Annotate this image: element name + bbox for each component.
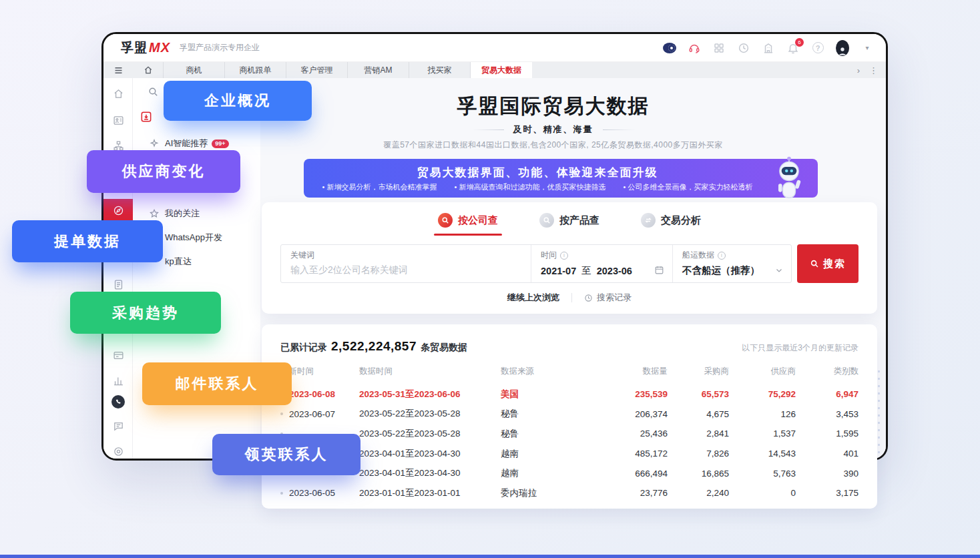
table-row[interactable]: 2023-06-07 2023-05-22至2023-05-28 秘鲁 206,…	[280, 404, 859, 425]
row-dot-icon	[280, 492, 283, 495]
cell-volume: 485,172	[579, 449, 668, 459]
page-title: 孚盟国际贸易大数据	[260, 93, 846, 120]
cell-data-period: 2023-05-31至2023-06-06	[359, 388, 501, 400]
home-tab-icon[interactable]	[133, 62, 164, 78]
trade-data-table-panel: 已累计记录 2,522,224,857 条贸易数据 以下只显示最近3个月的更新记…	[262, 324, 877, 509]
cell-data-period: 2023-05-22至2023-05-28	[359, 408, 501, 420]
cell-categories: 3,453	[796, 409, 859, 419]
sidebar-search-icon[interactable]	[148, 86, 159, 100]
cell-suppliers: 126	[729, 409, 796, 419]
sidebar-red-module-icon[interactable]	[140, 110, 153, 123]
calendar-icon[interactable]	[654, 265, 664, 277]
search-links: 继续上次浏览 搜索记录	[262, 292, 877, 304]
headset-support-icon[interactable]	[688, 41, 701, 55]
rail-contacts-icon[interactable]	[103, 110, 133, 130]
cell-data-period: 2023-04-01至2023-04-30	[359, 467, 501, 479]
search-button[interactable]: 搜索	[797, 244, 859, 283]
cell-categories: 1,595	[796, 429, 859, 439]
company-building-icon[interactable]	[762, 41, 775, 55]
topbar: 孚盟 MX 孚盟产品演示专用企业 6 ?	[103, 34, 886, 62]
ai-sparkle-icon	[149, 138, 160, 149]
cell-data-period: 2023-04-01至2023-04-30	[359, 448, 501, 460]
table-row[interactable]: 2023-04-01至2023-04-30 越南 666,494 16,865 …	[280, 463, 859, 483]
col-suppliers: 供应商	[729, 366, 796, 377]
col-buyers: 采购商	[668, 366, 729, 377]
search-panel: 按公司查 按产品查 交易分析 关键词 输入至少2位公司名称关键词 时间i 202…	[262, 202, 877, 314]
continue-browsing-link[interactable]: 继续上次浏览	[507, 292, 559, 304]
search-tab-by-company[interactable]: 按公司查	[438, 213, 498, 236]
callout-bill-of-lading: 提单数据	[12, 220, 163, 262]
shipping-value: 不含船运（推荐）	[682, 264, 760, 277]
col-data-period: 数据时间	[359, 366, 501, 377]
cell-data-source: 越南	[501, 448, 579, 460]
time-to: 2023-06	[597, 266, 632, 276]
time-label: 时间	[541, 250, 557, 261]
upgrade-banner: 贸易大数据界面、功能、体验迎来全面升级 新增交易分析，市场机会精准掌握 新增高级…	[304, 159, 818, 198]
summary-count: 2,522,224,857	[331, 339, 417, 354]
search-form: 关键词 输入至少2位公司名称关键词 时间i 2021-07 至 2023-06 …	[280, 244, 859, 283]
tab-more-dots-icon[interactable]: ⋮	[869, 65, 878, 75]
visitor-eye-icon[interactable]	[663, 41, 676, 55]
table-row[interactable]: 2023-06-08 2023-05-31至2023-06-06 美国 235,…	[280, 384, 859, 404]
rail-trade-data-active-icon[interactable]	[103, 199, 133, 222]
apps-grid-icon[interactable]	[712, 41, 726, 55]
table-row[interactable]: 2023-04-01至2023-04-30 越南 485,172 7,826 1…	[280, 444, 859, 464]
cell-suppliers: 1,537	[729, 429, 796, 439]
keyword-placeholder: 输入至少2位公司名称关键词	[290, 264, 408, 276]
table-row[interactable]: 2023-05-22至2023-05-28 秘鲁 25,436 2,841 1,…	[280, 424, 859, 444]
table-row[interactable]: 2023-06-05 2023-01-01至2023-01-01 委内瑞拉 23…	[280, 483, 859, 503]
search-tab-label: 按公司查	[458, 214, 498, 227]
notifications-bell-icon[interactable]: 6	[786, 41, 800, 55]
col-data-source: 数据来源	[501, 366, 579, 377]
shipping-data-select[interactable]: 船运数据i 不含船运（推荐）	[672, 245, 791, 282]
cell-categories: 6,947	[796, 389, 859, 399]
cell-data-source: 越南	[501, 467, 579, 479]
rail-card-icon[interactable]	[103, 345, 133, 365]
rail-target-icon[interactable]	[103, 441, 133, 461]
star-icon	[149, 208, 160, 219]
info-icon: i	[718, 252, 726, 260]
time-separator: 至	[581, 264, 591, 277]
bottom-blue-strip	[0, 555, 980, 558]
cell-data-source: 美国	[501, 388, 579, 400]
tab-shangji[interactable]: 商机	[164, 62, 225, 78]
logo-cn: 孚盟	[121, 39, 148, 57]
chevron-down-icon	[775, 266, 783, 276]
search-tab-by-product[interactable]: 按产品查	[539, 213, 599, 236]
sidebar-item-label: kp直达	[165, 256, 192, 268]
search-tab-trade-analysis[interactable]: 交易分析	[641, 213, 701, 236]
rail-chart-icon[interactable]	[103, 370, 133, 390]
user-avatar[interactable]	[836, 41, 849, 55]
hamburger-menu-icon[interactable]	[103, 62, 133, 78]
account-chevron-down-icon[interactable]: ▾	[861, 41, 874, 55]
tab-scroll-chevron-icon[interactable]: ›	[857, 65, 860, 75]
cell-data-source: 秘鲁	[501, 428, 579, 440]
help-icon[interactable]: ?	[811, 41, 824, 55]
tab-zhaomaijia[interactable]: 找买家	[409, 62, 471, 78]
callout-email-contacts: 邮件联系人	[142, 362, 292, 405]
banner-bullet: 新增交易分析，市场机会精准掌握	[322, 182, 437, 192]
rail-chat-icon[interactable]	[103, 416, 133, 436]
keyword-field[interactable]: 关键词 输入至少2位公司名称关键词	[281, 245, 531, 282]
cell-update-time: 2023-06-08	[280, 389, 359, 399]
cell-volume: 206,374	[579, 409, 668, 419]
page-subtitle: 及时、精准、海量	[260, 123, 846, 135]
tab-shangji-gendan[interactable]: 商机跟单	[225, 62, 286, 78]
history-clock-icon[interactable]	[737, 41, 750, 55]
shipping-label: 船运数据	[682, 250, 714, 261]
time-range-field[interactable]: 时间i 2021-07 至 2023-06	[531, 245, 672, 282]
banner-bullet: 公司多维全景画像，买家实力轻松透析	[623, 182, 752, 192]
search-history-link[interactable]: 搜索记录	[584, 292, 632, 304]
tab-yingxiao-am[interactable]: 营销AM	[348, 62, 409, 78]
cell-update-time: 2023-06-07	[280, 409, 359, 419]
tab-maoyi-dashuju-active[interactable]: 贸易大数据	[471, 62, 532, 78]
sidebar-item-label: AI智能推荐	[165, 137, 208, 150]
cell-update-time: 2023-06-05	[280, 488, 359, 498]
page-description: 覆盖57个国家进口数据和44国出口数据,包含200个国家, 25亿条贸易数据,4…	[260, 140, 846, 151]
brand-logo: 孚盟 MX	[121, 39, 170, 57]
cell-buyers: 4,675	[668, 409, 729, 419]
brand-tagline: 孚盟产品演示专用企业	[180, 42, 260, 53]
rail-whatsapp-icon[interactable]	[103, 392, 133, 412]
tab-kehu-guanli[interactable]: 客户管理	[286, 62, 348, 78]
rail-home-icon[interactable]	[103, 83, 133, 103]
